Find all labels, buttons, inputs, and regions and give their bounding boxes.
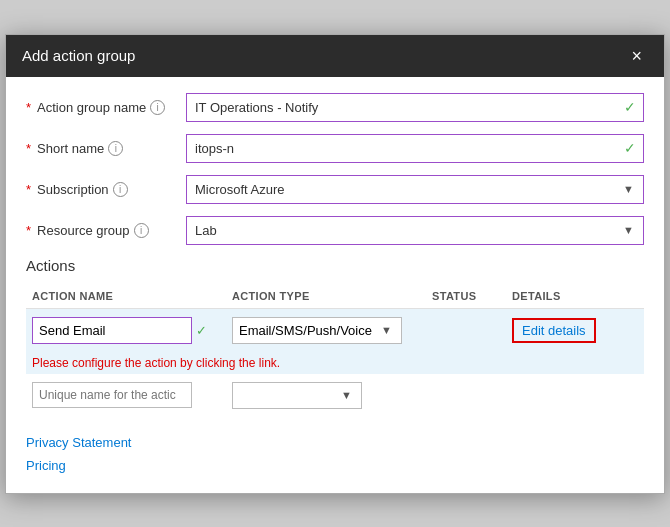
resource-group-info-icon[interactable]: i [134,223,149,238]
action-name-input-wrap: ✓ [32,317,220,344]
short-name-info-icon[interactable]: i [108,141,123,156]
short-name-label-text: Short name [37,141,104,156]
col-header-details: DETAILS [506,284,644,309]
short-name-row: * Short name i ✓ [26,134,644,163]
empty-status-cell [426,374,506,417]
action-group-name-row: * Action group name i ✓ [26,93,644,122]
subscription-wrap: Microsoft Azure ▼ [186,175,644,204]
empty-action-type-cell: ▼ [226,374,426,417]
action-group-name-label-text: Action group name [37,100,146,115]
action-type-cell: Email/SMS/Push/Voice ▼ [226,308,426,352]
actions-table: ACTION NAME ACTION TYPE STATUS DETAILS ✓ [26,284,644,417]
subscription-label: * Subscription i [26,182,186,197]
resource-group-label: * Resource group i [26,223,186,238]
action-group-name-label: * Action group name i [26,100,186,115]
required-indicator: * [26,141,31,156]
empty-action-name-cell [26,374,226,417]
resource-group-select[interactable]: Lab [186,216,644,245]
pricing-link[interactable]: Pricing [26,458,644,473]
action-name-input[interactable] [32,317,192,344]
action-group-name-wrap: ✓ [186,93,644,122]
links-section: Privacy Statement Pricing [26,431,644,473]
edit-details-button[interactable]: Edit details [512,318,596,343]
add-action-group-dialog: Add action group × * Action group name i… [5,34,665,494]
action-name-check-icon: ✓ [196,323,207,338]
action-type-select-wrap: Email/SMS/Push/Voice ▼ [232,317,402,344]
dialog-title: Add action group [22,47,135,64]
col-header-status: STATUS [426,284,506,309]
actions-table-header: ACTION NAME ACTION TYPE STATUS DETAILS [26,284,644,309]
actions-section-title: Actions [26,257,644,274]
short-name-input[interactable] [186,134,644,163]
action-group-name-info-icon[interactable]: i [150,100,165,115]
subscription-label-text: Subscription [37,182,109,197]
action-group-name-input[interactable] [186,93,644,122]
short-name-check-icon: ✓ [624,140,636,156]
short-name-wrap: ✓ [186,134,644,163]
action-details-cell: Edit details [506,308,644,352]
empty-action-type-select[interactable] [232,382,362,409]
empty-details-cell [506,374,644,417]
empty-action-name-input[interactable] [32,382,192,408]
subscription-info-icon[interactable]: i [113,182,128,197]
action-group-name-check-icon: ✓ [624,99,636,115]
dialog-header: Add action group × [6,35,664,77]
subscription-row: * Subscription i Microsoft Azure ▼ [26,175,644,204]
resource-group-label-text: Resource group [37,223,130,238]
privacy-statement-link[interactable]: Privacy Statement [26,435,644,450]
action-status-cell [426,308,506,352]
required-indicator: * [26,100,31,115]
action-row-empty: ▼ [26,374,644,417]
action-row-filled: ✓ Email/SMS/Push/Voice ▼ Edit deta [26,308,644,352]
resource-group-row: * Resource group i Lab ▼ [26,216,644,245]
configure-message: Please configure the action by clicking … [26,352,644,374]
resource-group-wrap: Lab ▼ [186,216,644,245]
dialog-body: * Action group name i ✓ * Short name i ✓ [6,77,664,493]
required-indicator: * [26,223,31,238]
subscription-select[interactable]: Microsoft Azure [186,175,644,204]
close-button[interactable]: × [625,45,648,67]
required-indicator: * [26,182,31,197]
configure-msg-row: Please configure the action by clicking … [26,352,644,374]
col-header-action-name: ACTION NAME [26,284,226,309]
action-name-cell: ✓ [26,308,226,352]
col-header-action-type: ACTION TYPE [226,284,426,309]
empty-action-type-wrap: ▼ [232,382,362,409]
short-name-label: * Short name i [26,141,186,156]
action-type-select[interactable]: Email/SMS/Push/Voice [232,317,402,344]
